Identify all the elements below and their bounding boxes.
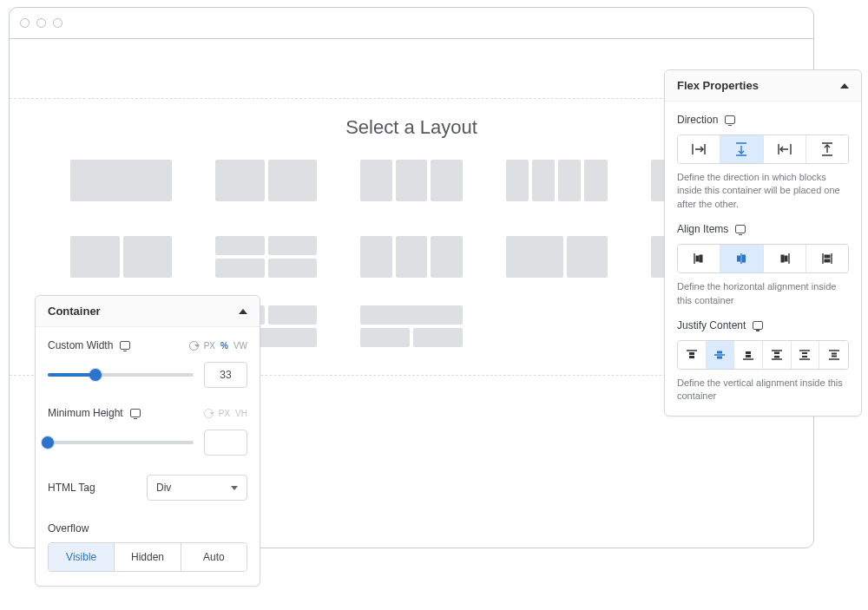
html-tag-value: Div [156,482,171,494]
min-height-slider[interactable] [48,441,194,444]
traffic-light-maximize[interactable] [53,18,62,28]
chevron-down-icon [231,486,238,490]
justify-end-button[interactable] [734,341,763,369]
min-height-label: Minimum Height [48,407,123,419]
chevron-up-icon [840,83,849,89]
reset-icon[interactable] [189,341,199,351]
svg-rect-16 [738,256,740,261]
svg-rect-45 [832,355,837,357]
unit-vh[interactable]: VH [235,409,247,418]
justify-content-hint: Define the vertical alignment inside thi… [677,377,849,403]
svg-rect-17 [743,255,746,262]
unit-pct[interactable]: % [220,341,228,351]
control-custom-width: Custom Width PX % VW 33 [48,339,247,388]
layout-3col-2[interactable] [360,236,462,278]
custom-width-slider[interactable] [48,373,194,377]
direction-group [677,134,849,164]
unit-px[interactable]: PX [204,341,215,351]
direction-row-reverse-button[interactable] [764,135,806,163]
align-items-hint: Define the horizontal alignment inside t… [677,280,849,307]
traffic-light-close[interactable] [20,18,30,28]
responsive-icon[interactable] [735,225,746,233]
layout-4col[interactable] [506,160,608,201]
overflow-auto-button[interactable]: Auto [181,543,247,571]
unit-vw[interactable]: VW [233,341,247,351]
min-height-input[interactable] [204,430,247,456]
justify-evenly-button[interactable] [819,341,848,369]
svg-rect-41 [802,356,807,357]
justify-center-button[interactable] [707,341,735,369]
container-panel: Container Custom Width PX % VW [35,295,260,587]
direction-label: Direction [677,114,718,126]
justify-start-button[interactable] [678,341,707,369]
container-panel-header[interactable]: Container [36,296,260,327]
traffic-light-minimize[interactable] [36,18,46,28]
align-items-label-row: Align Items [677,211,849,235]
layout-1-2[interactable] [506,236,608,278]
responsive-icon[interactable] [725,115,735,124]
overflow-hidden-button[interactable]: Hidden [115,543,181,571]
direction-column-reverse-button[interactable] [806,135,848,163]
svg-rect-20 [781,255,784,262]
svg-rect-40 [802,352,807,354]
responsive-icon[interactable] [753,321,763,330]
align-start-button[interactable] [678,245,720,272]
layout-grid4[interactable] [215,236,317,278]
flex-panel-title: Flex Properties [677,79,759,92]
html-tag-select[interactable]: Div [147,475,247,501]
justify-content-label-row: Justify Content [677,307,849,331]
responsive-icon[interactable] [130,409,141,417]
flex-panel: Flex Properties Direction Define the dir… [664,69,862,417]
layout-2col[interactable] [215,160,317,201]
layout-3col[interactable] [360,160,462,201]
layout-2col-2[interactable] [70,236,172,278]
container-panel-title: Container [48,305,101,318]
svg-rect-27 [689,356,694,358]
svg-rect-36 [774,351,779,354]
unit-px[interactable]: PX [219,409,230,418]
svg-rect-44 [832,352,837,354]
layout-bottom-split[interactable] [360,305,462,347]
svg-rect-19 [785,256,787,261]
overflow-visible-button[interactable]: Visible [49,543,115,571]
html-tag-label: HTML Tag [48,482,95,494]
svg-rect-13 [696,256,699,261]
svg-rect-30 [717,356,722,358]
layout-1col[interactable] [70,160,172,201]
reset-icon[interactable] [204,409,214,418]
overflow-label: Overflow [48,522,89,535]
svg-rect-26 [689,352,694,355]
align-items-label: Align Items [677,223,728,235]
direction-hint: Define the direction in which blocks ins… [677,171,849,211]
responsive-icon[interactable] [120,341,130,350]
control-min-height: Minimum Height PX VH [48,407,247,456]
control-overflow: Overflow Visible Hidden Auto [48,520,247,572]
custom-width-input[interactable]: 33 [204,362,247,388]
align-center-button[interactable] [720,245,763,272]
control-html-tag: HTML Tag Div [48,475,247,501]
justify-around-button[interactable] [792,341,820,369]
svg-rect-32 [746,351,751,354]
justify-content-group [677,340,849,370]
align-items-group [677,244,849,273]
direction-column-button[interactable] [720,135,763,163]
chevron-up-icon [239,309,247,314]
svg-rect-24 [825,259,830,262]
svg-rect-14 [700,255,702,262]
svg-rect-29 [717,351,722,353]
justify-between-button[interactable] [763,341,792,369]
custom-width-label: Custom Width [48,339,113,351]
svg-rect-33 [746,355,751,357]
align-end-button[interactable] [764,245,806,272]
svg-rect-23 [825,255,830,258]
justify-content-label: Justify Content [677,319,746,331]
align-stretch-button[interactable] [806,245,848,272]
browser-header [10,8,813,39]
svg-rect-37 [774,356,779,358]
direction-row-button[interactable] [678,135,720,163]
direction-label-row: Direction [677,102,849,126]
flex-panel-header[interactable]: Flex Properties [665,70,861,102]
